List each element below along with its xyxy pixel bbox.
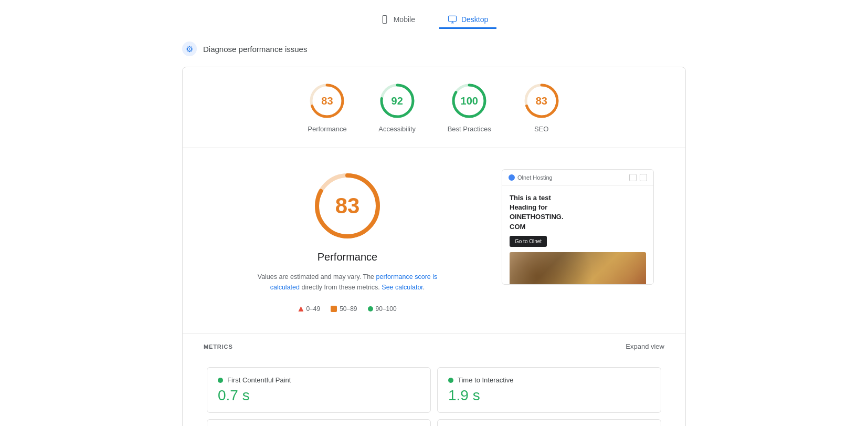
legend-red: 0–49: [298, 305, 320, 313]
preview-content: This is a testHeading forOINETHOSTING.CO…: [502, 186, 653, 285]
score-item-seo[interactable]: 83 SEO: [523, 82, 560, 133]
metric-card-tbt: Total Blocking Time 110 ms: [437, 419, 661, 426]
preview-logo-text: Olnet Hosting: [517, 174, 553, 181]
large-performance-score: 83: [335, 193, 360, 219]
metric-fcp-value: 0.7 s: [218, 387, 420, 404]
metric-fcp-label-row: First Contentful Paint: [218, 376, 420, 384]
svg-rect-2: [448, 16, 456, 22]
performance-description: Values are estimated and may vary. The p…: [253, 272, 442, 293]
best-practices-score: 100: [461, 95, 478, 107]
device-toggle: Mobile Desktop: [182, 11, 686, 29]
diagnose-icon: ⚙: [182, 41, 197, 56]
score-item-performance[interactable]: 83 Performance: [308, 82, 346, 133]
preview-image-overlay: [510, 252, 646, 285]
metric-tti-dot: [448, 378, 453, 383]
metric-card-tti: Time to Interactive 1.9 s: [437, 367, 661, 413]
performance-detail: 83 Performance Values are estimated and …: [183, 148, 685, 334]
metric-card-si: Speed Index 1.6 s: [207, 419, 431, 426]
accessibility-circle: 92: [378, 82, 416, 120]
metrics-title: METRICS: [204, 344, 233, 350]
diagnose-text: Diagnose performance issues: [203, 45, 307, 54]
seo-circle: 83: [523, 82, 560, 120]
diagnose-section: ⚙ Diagnose performance issues: [182, 41, 686, 56]
best-practices-label: Best Practices: [448, 125, 491, 133]
preview-cta-button[interactable]: Go to Olnet: [510, 236, 547, 247]
mobile-icon: [380, 15, 389, 24]
preview-logo: Olnet Hosting: [509, 174, 553, 181]
legend-green: 90–100: [368, 305, 397, 313]
metrics-header: METRICS Expand view: [204, 334, 664, 359]
metric-tti-label: Time to Interactive: [458, 376, 513, 384]
preview-image: [510, 252, 646, 285]
legend-range-red: 0–49: [306, 305, 320, 313]
legend-range-green: 90–100: [376, 305, 397, 313]
desc-before: Values are estimated and may vary. The: [258, 273, 374, 280]
seo-label: SEO: [534, 125, 548, 133]
see-calculator-link[interactable]: See calculator: [382, 284, 423, 291]
preview-heading: This is a testHeading forOINETHOSTING.CO…: [510, 193, 646, 232]
mobile-tab[interactable]: Mobile: [372, 11, 424, 29]
preview-header: Olnet Hosting: [502, 170, 653, 186]
performance-left: 83 Performance Values are estimated and …: [214, 169, 481, 313]
score-item-accessibility[interactable]: 92 Accessibility: [378, 82, 416, 133]
red-triangle-icon: [298, 306, 303, 311]
preview-logo-dot: [509, 174, 515, 181]
website-preview-container: Olnet Hosting This is a testHeading forO…: [502, 169, 654, 313]
score-item-best-practices[interactable]: 100 Best Practices: [448, 82, 491, 133]
score-legend: 0–49 50–89 90–100: [298, 305, 396, 313]
performance-circle: 83: [308, 82, 346, 120]
large-performance-circle: 83: [311, 169, 384, 243]
orange-square-icon: [331, 306, 337, 312]
desktop-tab[interactable]: Desktop: [439, 11, 496, 29]
performance-label: Performance: [308, 125, 346, 133]
accessibility-score: 92: [391, 95, 403, 107]
performance-title: Performance: [317, 251, 378, 263]
metric-fcp-dot: [218, 378, 223, 383]
desktop-icon: [448, 15, 457, 24]
preview-action-1[interactable]: [629, 174, 637, 181]
score-bar: 83 Performance 92 Accessibility: [183, 67, 685, 148]
preview-action-2[interactable]: [640, 174, 647, 181]
svg-rect-0: [383, 16, 387, 24]
page-wrapper: Mobile Desktop ⚙ Diagnose performance is…: [172, 0, 696, 426]
mobile-label: Mobile: [394, 15, 415, 24]
legend-orange: 50–89: [331, 305, 357, 313]
metrics-grid: First Contentful Paint 0.7 s Time to Int…: [204, 364, 664, 426]
accessibility-label: Accessibility: [378, 125, 416, 133]
legend-range-orange: 50–89: [340, 305, 357, 313]
seo-score: 83: [536, 95, 547, 107]
website-preview: Olnet Hosting This is a testHeading forO…: [502, 169, 654, 285]
metrics-section: METRICS Expand view First Contentful Pai…: [183, 334, 685, 426]
metric-fcp-label: First Contentful Paint: [227, 376, 291, 384]
metric-tti-label-row: Time to Interactive: [448, 376, 650, 384]
main-card: 83 Performance 92 Accessibility: [182, 67, 686, 426]
green-dot-icon: [368, 306, 373, 311]
metric-card-fcp: First Contentful Paint 0.7 s: [207, 367, 431, 413]
preview-actions: [629, 174, 647, 181]
expand-view-button[interactable]: Expand view: [626, 342, 664, 350]
best-practices-circle: 100: [450, 82, 488, 120]
desktop-label: Desktop: [461, 15, 488, 24]
metric-tti-value: 1.9 s: [448, 387, 650, 404]
performance-score: 83: [321, 95, 333, 107]
